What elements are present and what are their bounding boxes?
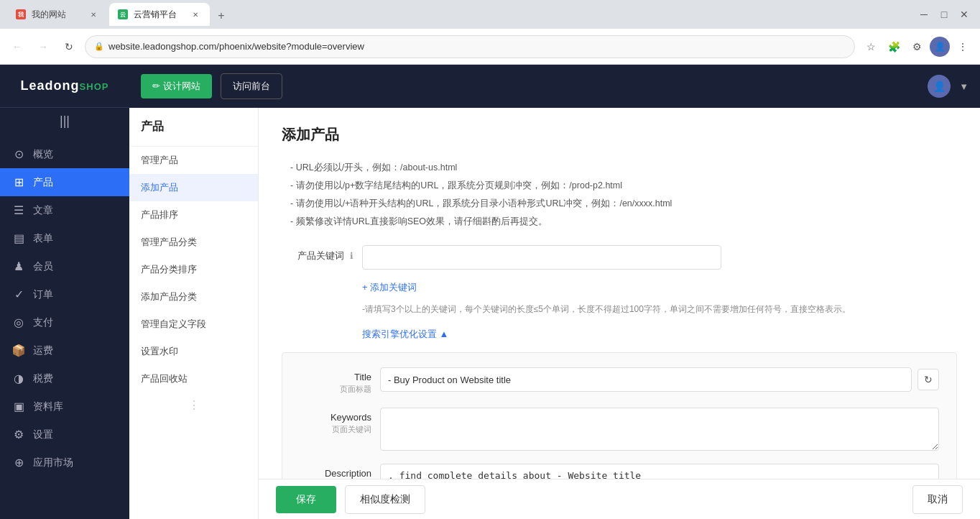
- keyword-help-icon[interactable]: ℹ: [350, 251, 353, 261]
- seo-title-refresh-button[interactable]: ↻: [917, 369, 939, 390]
- appmarket-icon: ⊕: [11, 456, 26, 469]
- tab1-label: 我的网站: [32, 9, 66, 21]
- seo-keywords-row: Keywords 页面关键词: [300, 408, 939, 451]
- sidebar-item-settings[interactable]: ⚙ 设置: [0, 421, 129, 449]
- sidebar-label-orders: 订单: [33, 288, 53, 301]
- sidebar-item-orders[interactable]: ✓ 订单: [0, 280, 129, 308]
- app-container: LeadongSHOP ||| ⊙ 概览 ⊞ 产品 ☰ 文章 ▤ 表单 ♟ 会员: [0, 65, 980, 519]
- keyword-form-row: 产品关键词 ℹ: [282, 245, 957, 270]
- sidebar-label-articles: 文章: [33, 204, 53, 217]
- seo-keywords-input[interactable]: [380, 408, 939, 451]
- visit-frontend-button[interactable]: 访问前台: [221, 73, 282, 99]
- add-keyword-link[interactable]: + 添加关键词: [362, 281, 417, 294]
- url-warning-2: 请勿使用以/p+数字结尾结构的URL，跟系统分页规则冲突，例如：/prod-p2…: [287, 177, 957, 195]
- new-tab-button[interactable]: +: [211, 6, 231, 26]
- sidebar-item-appmarket[interactable]: ⊕ 应用市场: [0, 449, 129, 477]
- seo-title-label: Title: [300, 372, 371, 382]
- nav-icons: ☆ 🧩 ⚙ 👤 ⋮: [861, 37, 973, 57]
- sidebar-label-payment: 支付: [33, 316, 53, 329]
- sub-menu-add-product[interactable]: 添加产品: [129, 174, 258, 201]
- members-icon: ♟: [11, 260, 26, 273]
- seo-description-label: Description: [300, 468, 371, 479]
- back-button[interactable]: ←: [7, 37, 27, 57]
- sidebar-label-overview: 概览: [33, 148, 53, 161]
- browser-chrome: 我 我的网站 ✕ 云 云营销平台 ✕ + ─ □ ✕ ← → ↻ 🔒 websi…: [0, 0, 980, 65]
- seo-section: Title 页面标题 ↻ Keywords: [282, 352, 957, 479]
- seo-description-input[interactable]: [380, 464, 939, 479]
- orders-icon: ✓: [11, 288, 26, 301]
- seo-title-input-wrap: ↻: [380, 367, 939, 392]
- extensions-button[interactable]: ⚙: [907, 37, 927, 57]
- cancel-button[interactable]: 取消: [912, 485, 963, 514]
- sidebar-item-payment[interactable]: ◎ 支付: [0, 308, 129, 336]
- sidebar-item-forms[interactable]: ▤ 表单: [0, 224, 129, 252]
- maximize-button[interactable]: □: [935, 6, 953, 23]
- products-icon: ⊞: [11, 175, 26, 189]
- sidebar-item-tax[interactable]: ◑ 税费: [0, 364, 129, 392]
- sub-menu-watermark[interactable]: 设置水印: [129, 338, 258, 365]
- sub-menu-recycle[interactable]: 产品回收站: [129, 365, 258, 392]
- menu-button[interactable]: ⋮: [953, 37, 973, 57]
- library-icon: ▣: [11, 400, 26, 413]
- logo-leadong: LeadongSHOP: [21, 78, 109, 93]
- sidebar-label-library: 资料库: [33, 400, 63, 413]
- overview-icon: ⊙: [11, 147, 26, 161]
- header-profile-arrow[interactable]: ▼: [959, 81, 969, 92]
- sub-menu-manage-products[interactable]: 管理产品: [129, 147, 258, 174]
- top-header: ✏ 设计网站 访问前台 👤 ▼: [129, 65, 980, 108]
- seo-title-input[interactable]: [380, 367, 912, 392]
- sidebar-item-members[interactable]: ♟ 会员: [0, 252, 129, 280]
- sub-menu-custom-fields[interactable]: 管理自定义字段: [129, 311, 258, 338]
- tab2-favicon: 云: [118, 9, 128, 19]
- reload-button[interactable]: ↻: [59, 37, 79, 57]
- browser-tab-2[interactable]: 云 云营销平台 ✕: [109, 3, 210, 26]
- sidebar-label-forms: 表单: [33, 232, 53, 245]
- minimize-button[interactable]: ─: [915, 6, 933, 23]
- sidebar-label-tax: 税费: [33, 372, 53, 385]
- sidebar-logo: LeadongSHOP: [0, 65, 129, 108]
- extension-button[interactable]: 🧩: [884, 37, 904, 57]
- similarity-button[interactable]: 相似度检测: [345, 485, 425, 514]
- settings-icon: ⚙: [11, 428, 26, 441]
- sidebar-item-overview[interactable]: ⊙ 概览: [0, 140, 129, 168]
- design-website-button[interactable]: ✏ 设计网站: [141, 74, 212, 98]
- forward-button[interactable]: →: [33, 37, 53, 57]
- lock-icon: 🔒: [94, 42, 104, 51]
- sidebar-item-products[interactable]: ⊞ 产品: [0, 168, 129, 196]
- seo-title-label-wrap: Title 页面标题: [300, 367, 371, 395]
- sidebar-label-appmarket: 应用市场: [33, 456, 73, 469]
- tab1-close[interactable]: ✕: [88, 9, 99, 20]
- url-warning-1: URL必须以/开头，例如：/about-us.html: [287, 159, 957, 177]
- articles-icon: ☰: [11, 203, 26, 217]
- sub-menu-category-sort[interactable]: 产品分类排序: [129, 256, 258, 283]
- address-bar[interactable]: 🔒 website.leadongshop.com/phoenix/websit…: [85, 35, 855, 58]
- header-profile-avatar[interactable]: 👤: [928, 75, 951, 98]
- keyword-label: 产品关键词 ℹ: [282, 245, 353, 262]
- seo-keywords-label-wrap: Keywords 页面关键词: [300, 408, 371, 435]
- tab2-label: 云营销平台: [134, 9, 177, 21]
- sidebar-collapse-button[interactable]: |||: [0, 108, 129, 134]
- close-button[interactable]: ✕: [956, 6, 973, 23]
- bookmark-button[interactable]: ☆: [861, 37, 881, 57]
- keyword-input[interactable]: [362, 245, 721, 270]
- window-controls: ─ □ ✕: [915, 6, 973, 23]
- sidebar-item-articles[interactable]: ☰ 文章: [0, 196, 129, 224]
- sub-menu-product-sort[interactable]: 产品排序: [129, 201, 258, 229]
- seo-title-sub: 页面标题: [300, 384, 371, 395]
- sub-sidebar: 产品 管理产品 添加产品 产品排序 管理产品分类 产品分类排序 添加产品分类 管…: [129, 108, 259, 519]
- sidebar-label-settings: 设置: [33, 428, 53, 441]
- save-button[interactable]: 保存: [276, 486, 336, 513]
- sidebar-item-shipping[interactable]: 📦 运费: [0, 336, 129, 364]
- sidebar-nav: ⊙ 概览 ⊞ 产品 ☰ 文章 ▤ 表单 ♟ 会员 ✓ 订单: [0, 134, 129, 519]
- tab2-close[interactable]: ✕: [190, 9, 201, 20]
- sub-sidebar-title: 产品: [129, 108, 258, 147]
- profile-button[interactable]: 👤: [930, 37, 950, 57]
- url-warning-4: 频繁修改详情URL直接影响SEO效果，请仔细斟酌后再提交。: [287, 213, 957, 231]
- sub-menu-add-category[interactable]: 添加产品分类: [129, 283, 258, 311]
- sidebar-item-library[interactable]: ▣ 资料库: [0, 392, 129, 421]
- browser-tab-bar: 我 我的网站 ✕ 云 云营销平台 ✕ + ─ □ ✕: [0, 0, 980, 29]
- sub-menu-manage-categories[interactable]: 管理产品分类: [129, 229, 258, 256]
- seo-toggle-button[interactable]: 搜索引擎优化设置 ▲: [362, 328, 957, 341]
- browser-tab-1[interactable]: 我 我的网站 ✕: [7, 3, 108, 26]
- sidebar-label-shipping: 运费: [33, 344, 53, 357]
